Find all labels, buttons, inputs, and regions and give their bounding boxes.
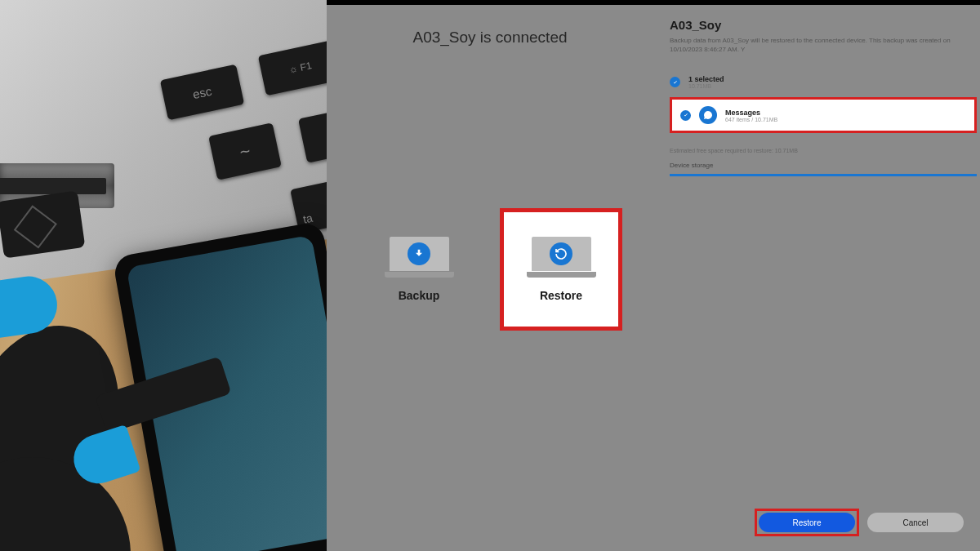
laptop-backup-icon bbox=[385, 237, 454, 278]
selected-size: 10.71MB bbox=[688, 83, 724, 89]
download-arrow-icon bbox=[408, 242, 430, 265]
tilde-key: ~ bbox=[208, 122, 282, 180]
storage-label: Device storage bbox=[670, 162, 980, 169]
photo-laptop-phone-cables: esc ☼ F1 ! ~ ta bbox=[0, 0, 327, 551]
item-name: Messages bbox=[725, 109, 777, 117]
exclamation-key: ! bbox=[298, 107, 327, 162]
backup-description: Backup data from A03_Soy will be restore… bbox=[670, 36, 980, 54]
storage-bar bbox=[670, 174, 977, 176]
checkmark-icon bbox=[680, 110, 691, 121]
selection-summary[interactable]: 1 selected 10.71MB bbox=[670, 72, 980, 92]
esc-key: esc bbox=[160, 64, 244, 121]
selected-count: 1 selected bbox=[688, 75, 724, 83]
connection-title: A03_Soy is connected bbox=[327, 29, 653, 47]
restore-details-panel: A03_Soy Backup data from A03_Soy will be… bbox=[653, 0, 980, 551]
messages-item[interactable]: Messages 647 items / 10.71MB bbox=[670, 97, 977, 133]
item-detail: 647 items / 10.71MB bbox=[725, 117, 777, 122]
restore-label: Restore bbox=[540, 289, 582, 302]
cancel-button[interactable]: Cancel bbox=[867, 513, 964, 532]
restore-button[interactable]: Restore bbox=[759, 513, 855, 532]
checkmark-icon bbox=[670, 77, 680, 87]
backup-option[interactable]: Backup bbox=[358, 208, 480, 331]
backup-label: Backup bbox=[399, 289, 440, 302]
restore-circular-icon bbox=[550, 242, 572, 265]
f1-key: ☼ F1 bbox=[258, 40, 327, 96]
laptop-restore-icon bbox=[527, 237, 596, 278]
messages-icon bbox=[699, 106, 717, 124]
device-name: A03_Soy bbox=[670, 18, 980, 32]
free-space-text: Estimated free space required to restore… bbox=[670, 148, 980, 153]
restore-option[interactable]: Restore bbox=[500, 208, 622, 331]
connection-panel: A03_Soy is connected Backup bbox=[327, 0, 653, 551]
